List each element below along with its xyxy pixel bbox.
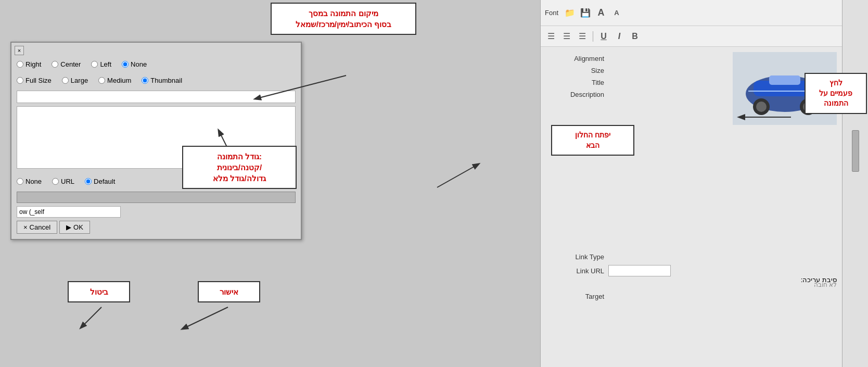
radio-none-align[interactable]: None bbox=[122, 60, 147, 68]
title-input[interactable] bbox=[17, 91, 296, 103]
radio-url[interactable]: URL bbox=[52, 178, 74, 185]
target-input[interactable] bbox=[17, 206, 121, 218]
callout-top: מיקום התמונה במסך בסוף הכיתוב/ימין/מרכז/… bbox=[271, 3, 416, 35]
cancel-button[interactable]: × Cancel bbox=[17, 221, 57, 234]
underline-icon[interactable]: U bbox=[597, 30, 610, 43]
title-field-label: Title bbox=[546, 79, 608, 86]
right-panel-content: יפתח החלון הבא Alignment Size Title Desc… bbox=[541, 47, 842, 367]
link-section: Link Type Link URL לא חובה Target bbox=[541, 253, 842, 305]
far-right-panel: לחץ פעמיים על התמונה bbox=[842, 0, 868, 367]
radio-large[interactable]: Large bbox=[62, 77, 88, 84]
ok-button[interactable]: ▶ OK bbox=[59, 221, 90, 234]
svg-rect-13 bbox=[769, 75, 800, 85]
callout-cancel: ביטול bbox=[68, 281, 130, 302]
button-row: × Cancel ▶ OK bbox=[17, 221, 296, 234]
desc-field-label: Description bbox=[546, 91, 608, 98]
radio-none-link[interactable]: None bbox=[17, 178, 42, 185]
link-url-field-label: Link URL bbox=[546, 267, 608, 275]
link-url-bar bbox=[17, 192, 296, 203]
align-left-icon[interactable]: ☰ bbox=[545, 30, 557, 43]
link-url-field-row: Link URL bbox=[546, 265, 837, 276]
dialog-area: מיקום התמונה במסך בסוף הכיתוב/ימין/מרכז/… bbox=[0, 0, 540, 367]
link-url-hint: לא חובה bbox=[546, 281, 837, 288]
target-row bbox=[17, 206, 296, 218]
main-container: מיקום התמונה במסך בסוף הכיתוב/ימין/מרכז/… bbox=[0, 0, 868, 367]
radio-left[interactable]: Left bbox=[91, 60, 111, 68]
image-dialog: × Right Center Left bbox=[10, 42, 302, 240]
bold-icon[interactable]: B bbox=[629, 30, 641, 43]
radio-thumbnail[interactable]: Thumbnail bbox=[142, 77, 182, 84]
italic-icon[interactable]: I bbox=[613, 30, 626, 43]
target-field-label: Target bbox=[546, 293, 608, 300]
callout-click-image: לחץ פעמיים על התמונה bbox=[805, 73, 867, 114]
svg-point-10 bbox=[756, 102, 767, 112]
font-size-icon[interactable]: A bbox=[595, 7, 607, 19]
callout-ok: אישור bbox=[198, 281, 260, 302]
size-field-label: Size bbox=[546, 67, 608, 74]
radio-right[interactable]: Right bbox=[17, 60, 41, 68]
radio-fullsize[interactable]: Full Size bbox=[17, 77, 52, 84]
toolbar-sep bbox=[593, 31, 593, 42]
radio-default[interactable]: Default bbox=[85, 178, 115, 185]
right-panel: Font 📁 💾 A A ☰ ☰ ☰ U I B bbox=[540, 0, 842, 367]
link-type-field-label: Link Type bbox=[546, 253, 608, 261]
title-field-row: Title bbox=[546, 79, 727, 86]
target-field-row: Target bbox=[546, 293, 837, 300]
save-icon[interactable]: 💾 bbox=[579, 7, 592, 19]
callout-size: גודל התמונה: קטנה/בינונית/ גדולה/גודל מל… bbox=[182, 146, 297, 189]
font-label: Font bbox=[545, 9, 558, 17]
toolbar-row2: ☰ ☰ ☰ U I B bbox=[541, 26, 842, 47]
cancel-icon: × bbox=[23, 223, 28, 231]
alignment-field-row: Alignment bbox=[546, 55, 727, 62]
desc-field-row: Description bbox=[546, 91, 727, 98]
radio-medium[interactable]: Medium bbox=[98, 77, 131, 84]
link-type-field-row: Link Type bbox=[546, 253, 837, 261]
callout-next-window: יפתח החלון הבא bbox=[551, 125, 634, 156]
folder-icon[interactable]: 📁 bbox=[564, 7, 576, 19]
align-right-icon[interactable]: ☰ bbox=[576, 30, 589, 43]
size-row: Full Size Large Medium Thumbnail bbox=[17, 74, 296, 86]
scrollbar-thumb[interactable] bbox=[852, 130, 859, 172]
font-size-small-icon[interactable]: A bbox=[610, 7, 623, 19]
link-url-input[interactable] bbox=[608, 265, 671, 276]
alignment-field-label: Alignment bbox=[546, 55, 608, 62]
size-field-row: Size bbox=[546, 67, 727, 74]
align-center-icon[interactable]: ☰ bbox=[560, 30, 573, 43]
dialog-close-button[interactable]: × bbox=[15, 46, 24, 55]
ok-icon: ▶ bbox=[66, 223, 71, 231]
toolbar-row1: Font 📁 💾 A A bbox=[541, 0, 842, 26]
alignment-row: Right Center Left None bbox=[17, 58, 296, 70]
he-label-area: סיבת עריכה: bbox=[801, 276, 837, 284]
radio-center[interactable]: Center bbox=[52, 60, 81, 68]
